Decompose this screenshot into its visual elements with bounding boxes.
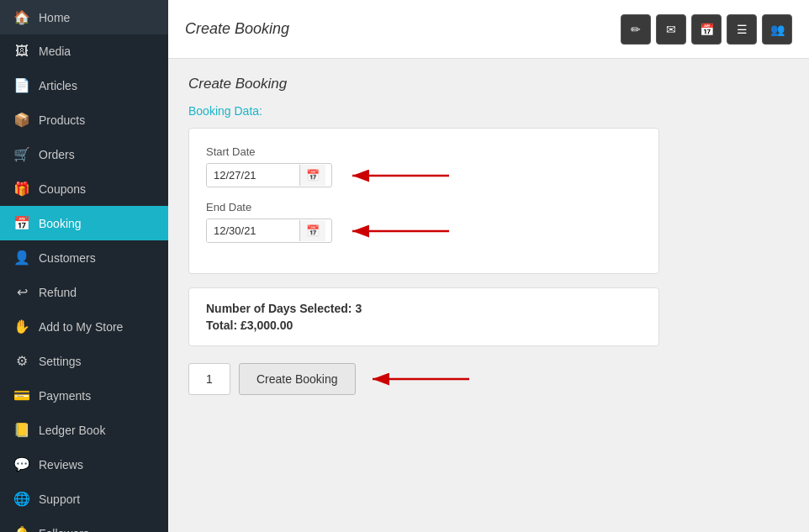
articles-icon: 📄 (13, 77, 30, 93)
sidebar-item-label: Payments (39, 389, 91, 403)
end-date-input[interactable] (207, 219, 299, 242)
sidebar-item-label: Booking (39, 217, 82, 230)
sidebar-item-reviews[interactable]: 💬Reviews (0, 447, 168, 482)
summary-total: Total: £3,000.00 (206, 319, 642, 332)
sidebar-item-label: Home (39, 11, 70, 24)
sidebar-item-payments[interactable]: 💳Payments (0, 378, 168, 413)
sidebar-item-booking[interactable]: 📅Booking (0, 206, 168, 240)
topbar-icon-group: ✏✉📅☰👥 (621, 14, 792, 45)
ledger-book-icon: 📒 (13, 422, 30, 438)
sidebar-item-ledger-book[interactable]: 📒Ledger Book (0, 413, 168, 447)
page-content: Create Booking Booking Data: Start Date … (168, 59, 809, 532)
calendar-icon[interactable]: 📅 (691, 14, 722, 45)
orders-icon: 🛒 (13, 146, 30, 162)
sidebar-item-settings[interactable]: ⚙Settings (0, 344, 168, 378)
end-date-label: End Date (206, 201, 642, 213)
sidebar-item-label: Ledger Book (39, 424, 105, 437)
support-icon: 🌐 (13, 491, 30, 507)
sidebar-item-articles[interactable]: 📄Articles (0, 68, 168, 103)
start-date-input[interactable] (207, 164, 299, 187)
start-date-input-wrap: 📅 (206, 163, 332, 187)
sidebar-item-orders[interactable]: 🛒Orders (0, 137, 168, 171)
booking-data-label: Booking Data: (188, 104, 789, 118)
sidebar-item-label: Followers (39, 527, 89, 533)
sidebar-item-support[interactable]: 🌐Support (0, 482, 168, 516)
sidebar-item-coupons[interactable]: 🎁Coupons (0, 171, 168, 206)
sidebar-item-label: Articles (39, 79, 77, 92)
payments-icon: 💳 (13, 387, 30, 403)
list-icon[interactable]: ☰ (727, 14, 757, 45)
sidebar-item-customers[interactable]: 👤Customers (0, 240, 168, 275)
sidebar: 🏠Home🖼Media📄Articles📦Products🛒Orders🎁Cou… (0, 0, 168, 532)
topbar-title: Create Booking (185, 20, 289, 38)
sidebar-item-media[interactable]: 🖼Media (0, 34, 168, 68)
sidebar-item-label: Support (39, 492, 80, 506)
start-date-section: Start Date 📅 (206, 145, 642, 187)
customers-icon: 👤 (13, 250, 30, 266)
media-icon: 🖼 (13, 44, 30, 59)
sidebar-item-label: Reviews (39, 458, 83, 471)
end-date-input-wrap: 📅 (206, 219, 332, 243)
sidebar-item-label: Customers (39, 251, 96, 265)
products-icon: 📦 (13, 112, 30, 128)
add-to-store-icon: ✋ (13, 319, 30, 334)
sidebar-item-label: Media (39, 45, 71, 58)
mail-icon[interactable]: ✉ (656, 14, 686, 45)
create-booking-arrow-annotation (364, 367, 473, 391)
sidebar-item-label: Coupons (39, 182, 86, 196)
end-date-arrow-annotation (344, 219, 453, 243)
sidebar-item-label: Settings (39, 355, 82, 368)
sidebar-item-followers[interactable]: 🔔Followers (0, 516, 168, 532)
sidebar-item-refund[interactable]: ↩Refund (0, 275, 168, 309)
quantity-input[interactable] (188, 363, 230, 395)
booking-icon: 📅 (13, 215, 30, 231)
sidebar-item-products[interactable]: 📦Products (0, 103, 168, 137)
create-booking-row: Create Booking (188, 363, 789, 395)
sidebar-item-label: Refund (39, 286, 77, 299)
start-date-row: 📅 (206, 163, 642, 187)
main-content: Create Booking ✏✉📅☰👥 Create Booking Book… (168, 0, 809, 532)
sidebar-item-label: Products (39, 113, 85, 127)
topbar: Create Booking ✏✉📅☰👥 (168, 0, 809, 59)
create-booking-button[interactable]: Create Booking (239, 363, 356, 395)
settings-icon: ⚙ (13, 353, 30, 369)
end-date-calendar-button[interactable]: 📅 (299, 220, 325, 241)
page-title: Create Booking (188, 76, 789, 92)
start-date-calendar-button[interactable]: 📅 (299, 165, 325, 186)
coupons-icon: 🎁 (13, 181, 30, 197)
sidebar-item-add-to-store[interactable]: ✋Add to My Store (0, 309, 168, 344)
start-date-arrow-annotation (344, 164, 453, 187)
end-date-section: End Date 📅 (206, 201, 642, 243)
sidebar-item-label: Orders (39, 148, 75, 161)
users-icon[interactable]: 👥 (762, 14, 792, 45)
sidebar-item-label: Add to My Store (39, 320, 123, 334)
sidebar-item-home[interactable]: 🏠Home (0, 0, 168, 34)
booking-panel: Start Date 📅 (188, 128, 659, 274)
refund-icon: ↩ (13, 284, 30, 300)
followers-icon: 🔔 (13, 525, 30, 532)
end-date-row: 📅 (206, 219, 642, 243)
start-date-label: Start Date (206, 145, 642, 158)
summary-days: Number of Days Selected: 3 (206, 302, 642, 315)
home-icon: 🏠 (13, 9, 30, 25)
summary-panel: Number of Days Selected: 3 Total: £3,000… (188, 287, 659, 346)
reviews-icon: 💬 (13, 456, 30, 472)
edit-icon[interactable]: ✏ (621, 14, 651, 45)
